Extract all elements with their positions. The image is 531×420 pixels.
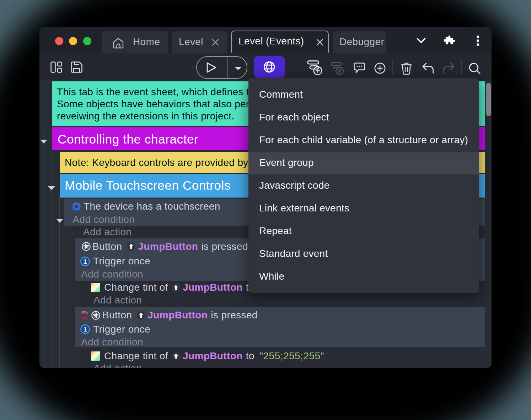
svg-text:1: 1 — [84, 326, 87, 333]
svg-text:1: 1 — [84, 258, 87, 265]
